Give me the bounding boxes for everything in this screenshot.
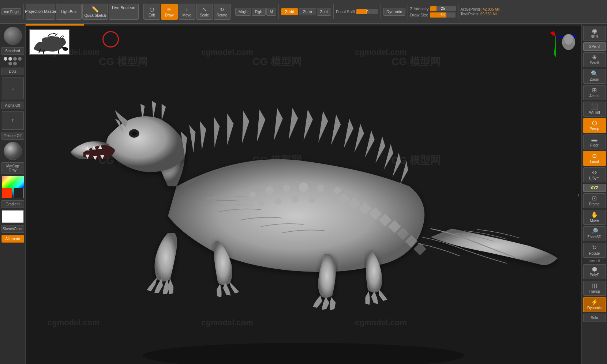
zoom3d-button[interactable]: 🔎 Zoom3D — [583, 226, 606, 241]
frame-button[interactable]: ⊡ Frame — [583, 193, 606, 208]
scale-button[interactable]: ⤡ Scale — [196, 4, 213, 20]
move-icon: ↕ — [186, 7, 188, 12]
local-icon: ⊙ — [592, 153, 597, 159]
frame-icon: ⊡ — [592, 196, 597, 201]
dot-6[interactable] — [13, 62, 17, 65]
scroll-icon: ⊕ — [592, 54, 597, 60]
bpr-button[interactable]: ◉ BPR — [583, 26, 606, 41]
dot-2[interactable] — [8, 57, 12, 61]
svg-point-15 — [299, 182, 308, 192]
svg-point-21 — [308, 197, 315, 204]
transp-button[interactable]: ◫ Transp — [583, 281, 606, 296]
scroll-button[interactable]: ⊕ Scroll — [583, 52, 606, 67]
stats-panel: Z Intensity 25 Draw Size 64 — [410, 6, 456, 18]
dot-1[interactable] — [4, 57, 7, 61]
circle-indicator — [102, 31, 119, 48]
live-boolean-button[interactable]: Live Boolean — [109, 4, 139, 20]
focal-shift-group: Focal Shift 0 — [336, 9, 378, 14]
edit-icon: ⬡ — [150, 7, 154, 12]
home-button[interactable]: me Page — [1, 8, 21, 15]
matcap-button[interactable]: MatCap Gray — [1, 162, 24, 174]
floor-button[interactable]: ▬ Floor — [583, 134, 606, 149]
rotate-button[interactable]: ↻ Rotate — [214, 4, 231, 20]
separator-7 — [408, 4, 408, 19]
bpr-icon: ◉ — [592, 28, 597, 34]
texture-preview[interactable]: T — [2, 111, 24, 130]
polyf-icon: ⬢ — [592, 266, 597, 272]
zcut-button[interactable]: Zcut — [317, 8, 331, 16]
polyf-button[interactable]: ⬢ PolyF — [583, 264, 606, 279]
m-button[interactable]: M — [266, 8, 276, 16]
alternate-button[interactable]: Alternate — [1, 235, 24, 243]
draw-size-group: Draw Size 64 — [410, 12, 456, 18]
brush-dots — [2, 57, 24, 65]
sketch-color-button[interactable]: SketchColor — [1, 225, 24, 233]
alpha-off-button[interactable]: Alpha Off — [1, 102, 24, 109]
aahalf-button[interactable]: ⬛ AAHalf — [583, 102, 606, 117]
aahalf-icon: ⬛ — [591, 104, 598, 110]
solo-button[interactable]: Solo — [583, 314, 606, 322]
zadd-button[interactable]: Zadd — [281, 8, 298, 15]
svg-point-16 — [316, 185, 324, 192]
xyz-button[interactable]: XYZ — [583, 184, 606, 192]
texture-off-button[interactable]: Texture Off — [1, 132, 24, 140]
canvas-area[interactable]: cgmodel.com cgmodel.com cgmodel.com CG 模… — [26, 26, 581, 364]
separator-1 — [23, 4, 24, 19]
sketch-color-swatch[interactable] — [2, 210, 24, 223]
move-3d-icon: ✋ — [591, 212, 598, 218]
move-3d-button[interactable]: ✋ Move — [583, 210, 606, 225]
svg-point-18 — [258, 200, 264, 206]
quick-sketch-icon: ✏️ — [91, 6, 99, 13]
matcap-orb[interactable] — [4, 142, 22, 160]
draw-size-slider[interactable]: 64 — [430, 12, 456, 18]
actual-button[interactable]: ⊞ Actual — [583, 85, 606, 100]
material-orb[interactable] — [4, 27, 22, 45]
lsym-icon: ⇔ — [592, 170, 597, 175]
spix-button[interactable]: SPix 3 — [583, 42, 606, 51]
quick-sketch-button[interactable]: ✏️ Quick Sketch — [82, 4, 108, 20]
scroll-right-arrow[interactable]: › — [577, 191, 580, 199]
left-panel: Standard Dots α Alpha Off T Texture Off … — [0, 24, 26, 364]
edit-button[interactable]: ⬡ Edit — [143, 4, 160, 20]
svg-point-20 — [291, 195, 299, 203]
z-intensity-slider[interactable]: 25 — [430, 6, 456, 11]
projection-master-group: Projection Master — [26, 4, 55, 20]
top-toolbar: me Page Projection Master LightBox ✏️ Qu… — [0, 0, 607, 24]
projection-master-button[interactable]: Projection Master — [26, 4, 55, 20]
zoom3d-icon: 🔎 — [591, 228, 598, 234]
line-fill-label: Line Fill — [589, 259, 600, 263]
transp-icon: ◫ — [592, 283, 597, 289]
floor-icon: ▬ — [592, 137, 597, 143]
dot-3[interactable] — [13, 57, 17, 61]
draw-size-label: Draw Size — [410, 13, 428, 17]
color-picker[interactable] — [2, 176, 24, 198]
move-button[interactable]: ↕ Move — [179, 4, 195, 20]
svg-point-13 — [265, 186, 274, 195]
local-button[interactable]: ⊙ Local — [583, 151, 606, 166]
persp-button[interactable]: ⬡ Persp — [583, 118, 606, 133]
gradient-button[interactable]: Gradient — [1, 200, 24, 208]
zsub-button[interactable]: Zsub — [299, 8, 316, 15]
dynamic-button[interactable]: Dynamic — [383, 8, 405, 16]
standard-material-button[interactable]: Standard — [1, 47, 24, 55]
mrgb-button[interactable]: Mrgb — [235, 8, 251, 16]
dynamic-right-button[interactable]: ⚡ Dynamic — [583, 297, 606, 312]
alpha-preview[interactable]: α — [2, 77, 24, 99]
separator-8 — [458, 4, 458, 19]
zoom-icon: 🔍 — [591, 71, 598, 77]
focal-shift-slider[interactable]: 0 — [356, 9, 378, 14]
rotate-icon: ↻ — [220, 7, 224, 12]
rotate-3d-icon: ↻ — [592, 245, 597, 251]
zoom-button[interactable]: 🔍 Zoom — [583, 69, 606, 84]
dot-5[interactable] — [8, 62, 12, 65]
dots-button[interactable]: Dots — [1, 68, 24, 75]
draw-button[interactable]: ✏ Draw — [161, 4, 178, 20]
point-stats: ActivePoints: 42.885 Mil TotalPoints: 69… — [461, 7, 500, 16]
svg-point-19 — [275, 198, 282, 205]
rotate-3d-button[interactable]: ↻ Rotate — [583, 243, 606, 258]
persp-icon: ⬡ — [592, 120, 597, 126]
lightbox-button[interactable]: LightBox — [56, 4, 82, 20]
rgb-button[interactable]: Rgb — [252, 8, 266, 16]
dot-4[interactable] — [18, 57, 22, 61]
lsym-button[interactable]: ⇔ L.Sym — [583, 167, 606, 182]
